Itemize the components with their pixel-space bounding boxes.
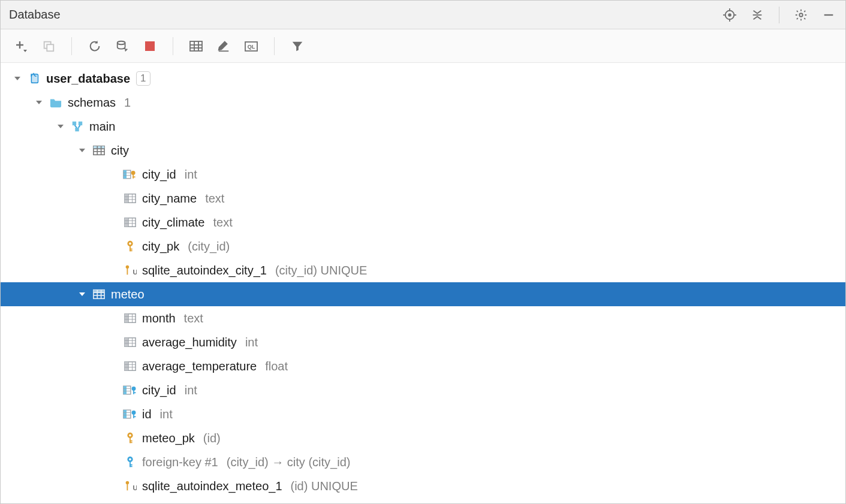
tree-key-node[interactable]: city_pk (city_id)	[1, 234, 845, 258]
column-label: city_id	[142, 384, 176, 397]
index-detail: (id) UNIQUE	[291, 479, 358, 493]
svg-rect-100	[133, 416, 136, 417]
separator	[71, 37, 72, 55]
tree-column-node[interactable]: city_climate text	[1, 210, 845, 234]
svg-rect-44	[125, 194, 128, 203]
svg-rect-93	[133, 392, 136, 393]
svg-point-56	[129, 243, 131, 245]
svg-line-29	[79, 125, 80, 128]
column-label: average_temperature	[142, 360, 257, 373]
separator	[779, 7, 779, 23]
tree-schema-node[interactable]: main	[1, 114, 845, 138]
svg-rect-104	[130, 440, 133, 442]
chevron-down-icon	[13, 74, 22, 83]
table-label: meteo	[111, 288, 144, 301]
key-label: meteo_pk	[142, 431, 195, 445]
svg-point-40	[131, 171, 136, 175]
datasource-icon	[27, 71, 41, 86]
tree-column-node[interactable]: average_humidity int	[1, 330, 845, 354]
column-type: int	[245, 336, 258, 349]
pk-column-icon	[123, 167, 137, 182]
svg-rect-42	[133, 176, 135, 177]
svg-rect-25	[73, 122, 76, 125]
column-icon	[123, 191, 137, 206]
column-icon	[123, 359, 137, 373]
target-icon[interactable]	[721, 7, 738, 23]
duplicate-icon[interactable]	[40, 38, 57, 55]
titlebar: Database	[1, 1, 845, 29]
index-detail: (city_id) UNIQUE	[275, 264, 367, 277]
tree-column-node[interactable]: average_temperature float	[1, 354, 845, 378]
column-icon	[123, 335, 137, 349]
table-icon	[92, 287, 106, 301]
key-detail: (id)	[203, 431, 221, 445]
datasource-count: 1	[136, 71, 150, 86]
tree-key-node[interactable]: meteo_pk (id)	[1, 426, 845, 450]
tree-column-node[interactable]: month text	[1, 306, 845, 330]
ql-console-icon[interactable]: QL	[243, 38, 260, 55]
chevron-down-icon	[34, 98, 44, 107]
tree-index-node[interactable]: U sqlite_autoindex_city_1 (city_id) UNIQ…	[1, 258, 845, 282]
chevron-down-icon	[56, 122, 65, 131]
database-tree[interactable]: user_database 1 schemas 1 main	[1, 63, 845, 503]
tree-table-node-meteo[interactable]: meteo	[1, 282, 845, 306]
column-type: int	[160, 408, 173, 421]
svg-rect-16	[190, 41, 202, 51]
add-icon[interactable]	[13, 38, 29, 55]
tree-column-node[interactable]: id int	[1, 402, 845, 426]
fk-label: foreign-key #1	[142, 455, 218, 469]
column-type: int	[185, 384, 197, 397]
tree-fk-node[interactable]: foreign-key #1 (city_id) → city (city_id…	[1, 450, 845, 474]
table-view-icon[interactable]	[188, 38, 204, 55]
svg-rect-58	[130, 249, 133, 250]
fk-column-icon	[123, 383, 137, 397]
foreign-key-icon	[123, 455, 137, 469]
svg-point-7	[799, 13, 803, 17]
svg-rect-110	[130, 466, 133, 467]
fk-detail: (city_id) → city (city_id)	[227, 455, 351, 469]
svg-marker-11	[23, 50, 27, 52]
svg-rect-59	[130, 250, 133, 251]
svg-rect-13	[47, 44, 53, 51]
svg-line-28	[74, 125, 77, 128]
tree-index-node[interactable]: U sqlite_autoindex_meteo_1 (id) UNIQUE	[1, 474, 845, 498]
tree-column-node[interactable]: city_name text	[1, 186, 845, 210]
unique-index-icon: U	[123, 263, 137, 277]
svg-text:QL: QL	[248, 44, 255, 50]
unique-index-icon: U	[123, 479, 137, 493]
gear-icon[interactable]	[793, 7, 809, 23]
svg-rect-27	[75, 128, 79, 131]
column-type: text	[205, 192, 224, 206]
collapse-all-icon[interactable]	[749, 7, 766, 23]
stop-icon[interactable]	[141, 38, 158, 55]
folder-icon	[49, 95, 63, 110]
filter-icon[interactable]	[289, 38, 306, 55]
svg-text:U: U	[133, 484, 137, 491]
svg-point-14	[118, 41, 125, 44]
svg-rect-26	[79, 122, 82, 125]
database-tool-window: Database	[0, 0, 846, 504]
separator	[274, 37, 275, 55]
table-label: city	[111, 144, 129, 158]
tree-column-node[interactable]: city_id int	[1, 378, 845, 402]
svg-rect-50	[125, 218, 128, 227]
refresh-icon[interactable]	[86, 38, 103, 55]
schema-icon	[70, 119, 85, 134]
schemas-label: schemas	[68, 96, 116, 110]
key-icon	[123, 431, 137, 445]
tree-schemas-node[interactable]: schemas 1	[1, 90, 845, 114]
chevron-down-icon	[77, 146, 87, 155]
svg-text:U: U	[133, 268, 137, 276]
db-settings-icon[interactable]	[114, 38, 131, 55]
tree-column-node[interactable]: city_id int	[1, 162, 845, 186]
svg-point-107	[129, 458, 131, 461]
edit-icon[interactable]	[215, 38, 232, 55]
minimize-icon[interactable]	[820, 7, 837, 23]
tree-table-node-city[interactable]: city	[1, 138, 845, 162]
key-label: city_pk	[142, 240, 179, 253]
column-label: month	[142, 312, 176, 325]
svg-rect-61	[127, 268, 128, 274]
tree-datasource-node[interactable]: user_database 1	[1, 67, 845, 90]
column-label: city_id	[142, 168, 176, 182]
svg-rect-88	[124, 386, 127, 394]
